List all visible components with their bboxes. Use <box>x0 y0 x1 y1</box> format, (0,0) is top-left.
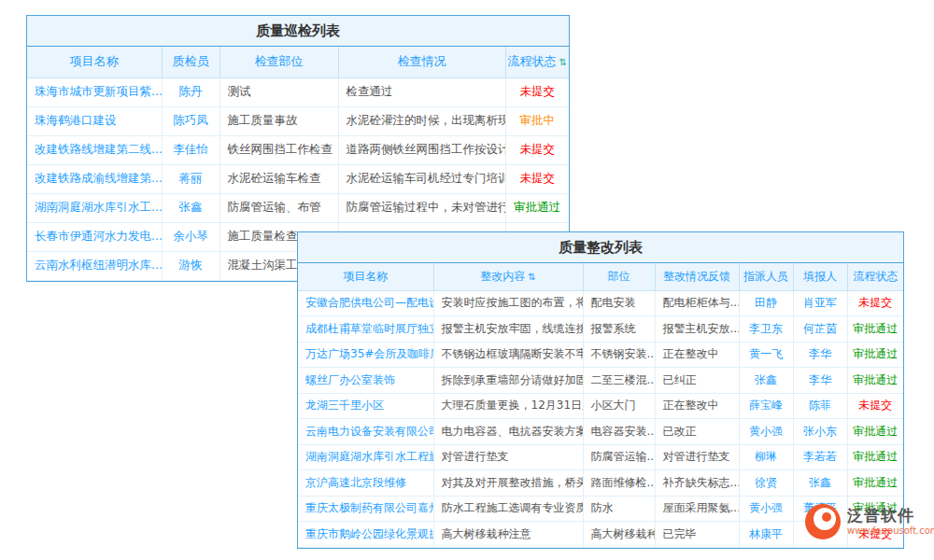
inspector-name: 游恢 <box>162 251 219 280</box>
status-badge: 未提交 <box>505 77 569 106</box>
inspection-part: 水泥砼运输车检查 <box>219 164 338 193</box>
project-link[interactable]: 京沪高速北京段维修 <box>298 470 433 497</box>
rectification-feedback: 已纠正 <box>655 368 739 394</box>
table-row[interactable]: 成都杜甫草堂临时展厅独立展... 报警主机安放牢固，线缆连接... 报警系统 报… <box>298 316 903 343</box>
project-link[interactable]: 螺丝厂办公室装饰 <box>298 368 433 394</box>
reporter-name: 李华 <box>793 342 847 368</box>
col-header-situation: 检查情况 <box>338 47 505 77</box>
inspector-name: 余小琴 <box>162 222 219 251</box>
project-link[interactable]: 万达广场35#会所及咖啡厅空... <box>298 342 433 368</box>
project-link[interactable]: 龙湖三千里小区 <box>298 393 433 419</box>
status-badge: 审批中 <box>505 106 569 135</box>
col-header-content[interactable]: 整改内容⇅ <box>433 263 583 290</box>
col-header-status: 流程状态 <box>847 263 903 290</box>
sort-icon[interactable]: ⇅ <box>559 57 567 67</box>
project-link[interactable]: 珠海鹤港口建设 <box>27 106 162 135</box>
reporter-name: 李若若 <box>793 444 847 470</box>
status-badge: 未提交 <box>847 393 903 419</box>
logo-name: 泛普软件 <box>847 507 934 525</box>
reporter-name: 张鑫 <box>793 470 847 497</box>
fanpusoft-logo[interactable]: 泛普软件 www.fanpusoft.com <box>805 504 934 539</box>
project-link[interactable]: 改建铁路成渝线增建第... <box>27 164 162 193</box>
table-row[interactable]: 万达广场35#会所及咖啡厅空... 不锈钢边框玻璃隔断安装不牢... 不锈钢安装… <box>298 342 903 368</box>
rectification-part: 二至三楼混... <box>583 368 655 394</box>
rectification-feedback: 正在整改中 <box>655 393 739 419</box>
status-badge: 未提交 <box>505 164 569 193</box>
table-row[interactable]: 京沪高速北京段维修 对其及对开展整改措施，桥头... 路面维修检... 补齐缺失… <box>298 470 903 497</box>
assignee-name: 薛宝峰 <box>739 393 793 419</box>
rectification-feedback: 对管进行垫支 <box>655 444 739 470</box>
rectification-part: 电容器安装... <box>583 419 655 445</box>
rectification-feedback: 已完毕 <box>655 522 739 548</box>
project-link[interactable]: 改建铁路线增建第二线... <box>27 135 162 164</box>
assignee-name: 黄小强 <box>739 496 793 522</box>
status-badge: 未提交 <box>847 290 903 316</box>
table-row[interactable]: 珠海市城市更新项目紫... 陈丹 测试 检查通过 未提交 <box>27 77 569 106</box>
project-link[interactable]: 珠海市城市更新项目紫... <box>27 77 162 106</box>
inspection-part: 施工质量事故 <box>219 106 338 135</box>
rectification-content: 报警主机安放牢固，线缆连接... <box>433 316 583 343</box>
logo-url: www.fanpusoft.com <box>847 525 934 537</box>
col-header-project: 项目名称 <box>27 47 162 77</box>
rectification-content: 不锈钢边框玻璃隔断安装不牢... <box>433 342 583 368</box>
rectification-part: 路面维修检... <box>583 470 655 497</box>
rectification-content: 电力电容器、电抗器安装方案,... <box>433 419 583 445</box>
inspection-list-title: 质量巡检列表 <box>27 16 569 47</box>
rectification-content: 安装时应按施工图的布置，将... <box>433 290 583 316</box>
rectification-feedback: 补齐缺失标志... <box>655 470 739 497</box>
table-row[interactable]: 湖南洞庭湖水库引水工程施工项... 对管进行垫支 防腐管运输... 对管进行垫支… <box>298 444 903 470</box>
inspection-situation: 水泥砼运输车司机经过专门培训... <box>338 164 505 193</box>
project-link[interactable]: 重庆太极制药有限公司嘉州中... <box>298 496 433 522</box>
table-row[interactable]: 安徽合肥供电公司—配电设备... 安装时应按施工图的布置，将... 配电安装 配… <box>298 290 903 316</box>
rectification-feedback: 已改正 <box>655 419 739 445</box>
project-link[interactable]: 长春市伊通河水力发电... <box>27 222 162 251</box>
rectification-content: 防水工程施工选调有专业资质... <box>433 496 583 522</box>
project-link[interactable]: 湖南洞庭湖水库引水工... <box>27 193 162 222</box>
col-header-feedback: 整改情况反馈 <box>655 263 739 290</box>
reporter-name: 何芷茵 <box>793 316 847 343</box>
status-badge: 未提交 <box>505 135 569 164</box>
table-row[interactable]: 龙湖三千里小区 大理石质量更换，12月31日之... 小区大门 正在整改中 薛宝… <box>298 393 903 419</box>
project-link[interactable]: 云南电力设备安装有限公司20... <box>298 419 433 445</box>
rectification-content: 大理石质量更换，12月31日之... <box>433 393 583 419</box>
rectification-content: 对其及对开展整改措施，桥头... <box>433 470 583 497</box>
inspector-name: 陈巧凤 <box>162 106 219 135</box>
rectification-list-title: 质量整改列表 <box>298 232 903 263</box>
table-row[interactable]: 改建铁路线增建第二线... 李佳怡 铁丝网围挡工作检查 道路两侧铁丝网围挡工作按… <box>27 135 569 164</box>
rectification-part: 防腐管运输... <box>583 444 655 470</box>
assignee-name: 李卫东 <box>739 316 793 343</box>
status-badge: 审批通过 <box>505 193 569 222</box>
table-row[interactable]: 改建铁路成渝线增建第... 蒋丽 水泥砼运输车检查 水泥砼运输车司机经过专门培训… <box>27 164 569 193</box>
rectification-content: 对管进行垫支 <box>433 444 583 470</box>
project-link[interactable]: 湖南洞庭湖水库引水工程施工项... <box>298 444 433 470</box>
inspection-situation: 检查通过 <box>338 77 505 106</box>
inspection-situation: 道路两侧铁丝网围挡工作按设计... <box>338 135 505 164</box>
rectification-header-row: 项目名称 整改内容⇅ 部位 整改情况反馈 指派人员 填报人 流程状态 <box>298 263 903 290</box>
assignee-name: 张鑫 <box>739 368 793 394</box>
inspector-name: 蒋丽 <box>162 164 219 193</box>
reporter-name: 陈菲 <box>793 393 847 419</box>
col-header-part: 检查部位 <box>219 47 338 77</box>
table-row[interactable]: 珠海鹤港口建设 陈巧凤 施工质量事故 水泥砼灌注的时候，出现离析现象 审批中 <box>27 106 569 135</box>
table-row[interactable]: 云南电力设备安装有限公司20... 电力电容器、电抗器安装方案,... 电容器安… <box>298 419 903 445</box>
inspector-name: 李佳怡 <box>162 135 219 164</box>
status-badge: 审批通过 <box>847 342 903 368</box>
status-badge: 审批通过 <box>847 419 903 445</box>
rectification-part: 不锈钢安装... <box>583 342 655 368</box>
col-header-status-label: 流程状态 <box>508 54 557 68</box>
inspection-part: 防腐管运输、布管 <box>219 193 338 222</box>
table-row[interactable]: 湖南洞庭湖水库引水工... 张鑫 防腐管运输、布管 防腐管运输过程中，未对管进行… <box>27 193 569 222</box>
inspector-name: 张鑫 <box>162 193 219 222</box>
inspection-situation: 水泥砼灌注的时候，出现离析现象 <box>338 106 505 135</box>
project-link[interactable]: 安徽合肥供电公司—配电设备... <box>298 290 433 316</box>
assignee-name: 徐贤 <box>739 470 793 497</box>
col-header-content-label: 整改内容 <box>480 270 525 283</box>
rectification-feedback: 配电柜柜体与... <box>655 290 739 316</box>
project-link[interactable]: 重庆市鹅岭公园绿化景观提升... <box>298 522 433 548</box>
sort-icon[interactable]: ⇅ <box>528 272 535 282</box>
project-link[interactable]: 成都杜甫草堂临时展厅独立展... <box>298 316 433 343</box>
table-row[interactable]: 螺丝厂办公室装饰 拆除到承重墙部分请做好加固... 二至三楼混... 已纠正 张… <box>298 368 903 394</box>
project-link[interactable]: 云南水利枢纽潜明水库... <box>27 251 162 280</box>
col-header-status[interactable]: 流程状态⇅ <box>505 47 569 77</box>
inspector-name: 陈丹 <box>162 77 219 106</box>
